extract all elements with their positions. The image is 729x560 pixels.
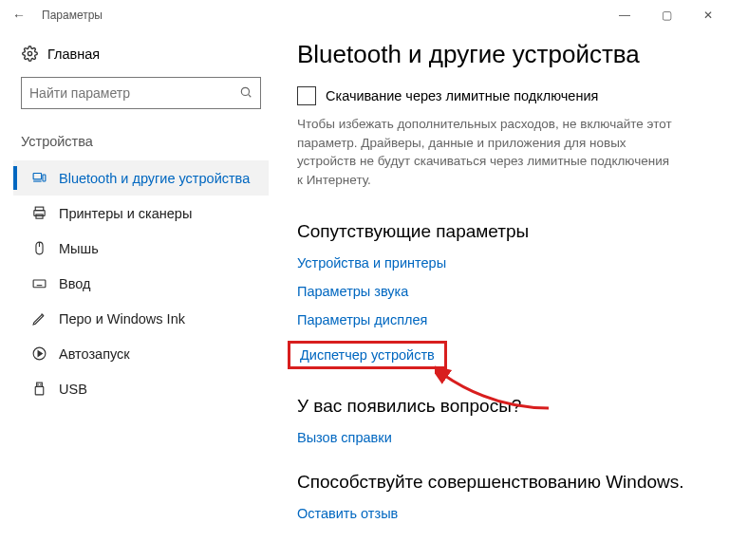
sidebar-item-usb[interactable]: USB <box>13 371 269 406</box>
sidebar-item-bluetooth[interactable]: Bluetooth и другие устройства <box>13 160 269 196</box>
checkbox-icon <box>297 86 316 105</box>
maximize-button[interactable]: ▢ <box>645 0 687 30</box>
main-panel: Bluetooth и другие устройства Скачивание… <box>269 30 721 534</box>
svg-line-2 <box>249 94 252 97</box>
svg-rect-4 <box>43 175 46 181</box>
sidebar-nav: Bluetooth и другие устройства Принтеры и… <box>13 160 269 406</box>
sidebar-item-label: Bluetooth и другие устройства <box>59 171 250 186</box>
sidebar-item-pen[interactable]: Перо и Windows Ink <box>13 301 269 336</box>
search-input[interactable] <box>29 85 239 101</box>
svg-rect-19 <box>35 386 44 395</box>
sidebar-item-label: Ввод <box>59 276 90 291</box>
link-display-settings[interactable]: Параметры дисплея <box>297 312 427 327</box>
link-help[interactable]: Вызов справки <box>297 430 392 445</box>
sidebar-item-autoplay[interactable]: Автозапуск <box>13 336 269 371</box>
mouse-icon <box>30 240 47 256</box>
printer-icon <box>30 205 47 221</box>
devices-icon <box>30 170 47 186</box>
svg-rect-11 <box>33 280 46 288</box>
sidebar-item-printers[interactable]: Принтеры и сканеры <box>13 196 269 231</box>
svg-marker-17 <box>38 351 42 357</box>
search-icon <box>239 85 252 102</box>
keyboard-icon <box>30 275 47 291</box>
svg-point-1 <box>241 87 249 95</box>
link-feedback[interactable]: Оставить отзыв <box>297 506 398 521</box>
svg-rect-3 <box>33 174 42 179</box>
metered-download-checkbox[interactable]: Скачивание через лимитные подключения <box>297 86 699 105</box>
link-devices-printers[interactable]: Устройства и принтеры <box>297 255 446 271</box>
gear-icon <box>21 46 38 62</box>
sidebar-item-label: Мышь <box>59 241 99 256</box>
home-label: Главная <box>47 47 100 62</box>
minimize-button[interactable]: — <box>604 0 645 30</box>
questions-heading: У вас появились вопросы? <box>297 396 699 417</box>
svg-point-0 <box>28 51 31 55</box>
search-box[interactable] <box>21 77 261 109</box>
sidebar-item-label: Принтеры и сканеры <box>59 206 192 221</box>
title-bar: ← Параметры — ▢ ✕ <box>0 0 729 30</box>
window-title: Параметры <box>38 9 604 22</box>
svg-rect-8 <box>35 215 42 218</box>
sidebar-item-typing[interactable]: Ввод <box>13 266 269 301</box>
checkbox-label: Скачивание через лимитные подключения <box>326 88 598 103</box>
metered-description: Чтобы избежать дополнительных расходов, … <box>297 115 677 189</box>
sidebar-section-label: Устройства <box>13 109 269 155</box>
usb-icon <box>30 381 47 397</box>
feedback-heading: Способствуйте совершенствованию Windows. <box>297 472 699 493</box>
sidebar-item-label: USB <box>59 382 87 397</box>
home-nav[interactable]: Главная <box>13 40 269 67</box>
pen-icon <box>30 310 47 327</box>
sidebar-item-label: Автозапуск <box>59 346 130 362</box>
sidebar: Главная Устройства Bluetooth и другие ус… <box>8 30 269 534</box>
sidebar-item-mouse[interactable]: Мышь <box>13 231 269 266</box>
link-sound-settings[interactable]: Параметры звука <box>297 284 408 299</box>
close-button[interactable]: ✕ <box>687 0 729 30</box>
sidebar-item-label: Перо и Windows Ink <box>59 311 185 327</box>
back-button[interactable]: ← <box>0 8 38 23</box>
related-heading: Сопутствующие параметры <box>297 221 699 242</box>
page-title: Bluetooth и другие устройства <box>297 40 699 69</box>
link-device-manager[interactable]: Диспетчер устройств <box>288 341 447 369</box>
window-controls: — ▢ ✕ <box>604 0 729 30</box>
autoplay-icon <box>30 345 47 362</box>
